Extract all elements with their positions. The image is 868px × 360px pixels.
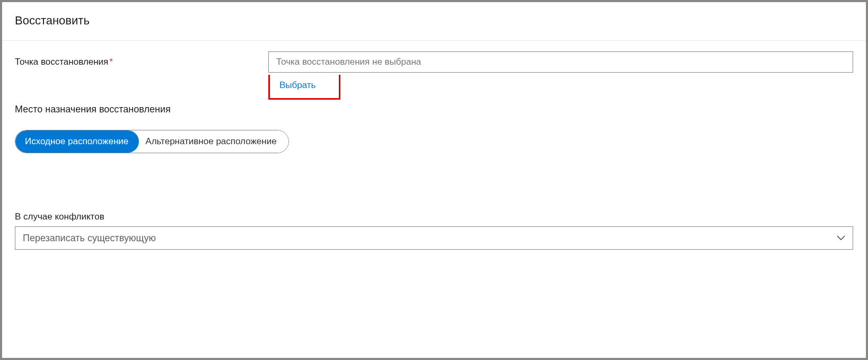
select-link-highlight: Выбрать xyxy=(268,75,853,100)
chevron-down-icon xyxy=(837,235,845,241)
select-link-box: Выбрать xyxy=(268,75,340,100)
restore-point-label-text: Точка восстановления xyxy=(15,57,108,67)
destination-option-original[interactable]: Исходное расположение xyxy=(15,130,139,153)
restore-point-row: Точка восстановления* xyxy=(15,51,853,73)
conflict-dropdown-value: Перезаписать существующую xyxy=(23,233,837,244)
select-restore-point-link[interactable]: Выбрать xyxy=(279,80,315,90)
destination-option-alternate[interactable]: Альтернативное расположение xyxy=(139,130,288,153)
panel-title: Восстановить xyxy=(15,14,853,28)
restore-point-input[interactable] xyxy=(268,51,853,73)
conflict-label: В случае конфликтов xyxy=(15,212,853,222)
required-asterisk: * xyxy=(109,57,113,67)
conflict-dropdown[interactable]: Перезаписать существующую xyxy=(15,226,853,250)
restore-point-label: Точка восстановления* xyxy=(15,51,268,67)
destination-toggle-group: Исходное расположение Альтернативное рас… xyxy=(15,130,289,153)
restore-panel: Восстановить Точка восстановления* Выбра… xyxy=(0,0,868,360)
destination-section-label: Место назначения восстановления xyxy=(15,104,853,115)
panel-content: Точка восстановления* Выбрать Место назн… xyxy=(2,41,866,262)
panel-header: Восстановить xyxy=(2,2,866,41)
restore-point-input-cell xyxy=(268,51,853,73)
